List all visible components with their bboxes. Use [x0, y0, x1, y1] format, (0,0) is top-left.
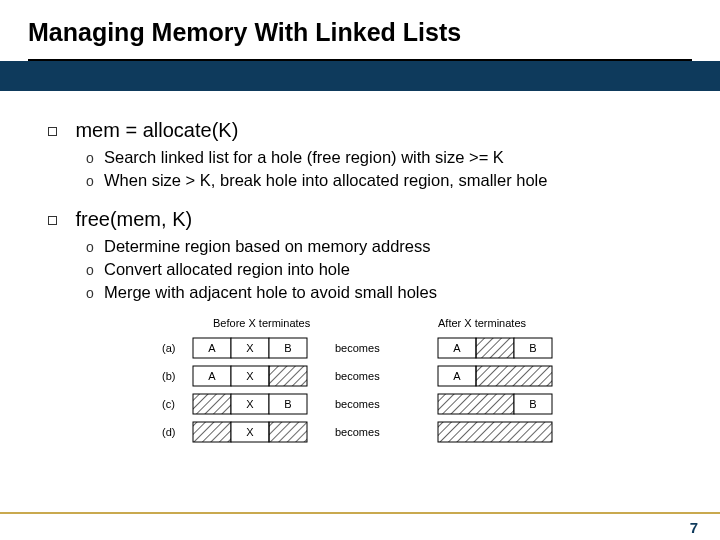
sub-list-allocate: o Search linked list for a hole (free re… [86, 148, 692, 190]
square-bullet-icon [48, 216, 57, 225]
diagram-svg: .lab { font: 11px Arial; } .hdr { font: … [158, 316, 578, 456]
hole-cell [269, 422, 307, 442]
diagram-row-label: (a) [162, 342, 175, 354]
svg-text:A: A [453, 370, 461, 382]
section-heading: mem = allocate(K) [75, 119, 238, 141]
list-item-text: Convert allocated region into hole [104, 260, 350, 279]
becomes-label: becomes [335, 370, 380, 382]
list-item-text: Determine region based on memory address [104, 237, 431, 256]
content-area: mem = allocate(K) o Search linked list f… [0, 91, 720, 460]
list-item: o Convert allocated region into hole [86, 260, 692, 279]
list-item: o When size > K, break hole into allocat… [86, 171, 692, 190]
list-item: o Merge with adjacent hole to avoid smal… [86, 283, 692, 302]
list-item-text: When size > K, break hole into allocated… [104, 171, 547, 190]
diagram-row-label: (c) [162, 398, 175, 410]
svg-text:A: A [208, 342, 216, 354]
sub-list-free: o Determine region based on memory addre… [86, 237, 692, 302]
svg-text:B: B [284, 398, 291, 410]
section-free: free(mem, K) [48, 208, 692, 231]
hole-cell [476, 338, 514, 358]
hole-cell [438, 422, 552, 442]
list-item-text: Merge with adjacent hole to avoid small … [104, 283, 437, 302]
hole-cell [269, 366, 307, 386]
circle-marker-icon: o [86, 239, 104, 255]
section-allocate: mem = allocate(K) [48, 119, 692, 142]
svg-text:X: X [246, 426, 254, 438]
diagram-header-left: Before X terminates [213, 317, 311, 329]
svg-text:A: A [208, 370, 216, 382]
list-item-text: Search linked list for a hole (free regi… [104, 148, 504, 167]
section-heading: free(mem, K) [75, 208, 192, 230]
svg-text:X: X [246, 342, 254, 354]
svg-text:A: A [453, 342, 461, 354]
diagram-row-label: (d) [162, 426, 175, 438]
circle-marker-icon: o [86, 262, 104, 278]
svg-text:B: B [529, 342, 536, 354]
svg-text:X: X [246, 398, 254, 410]
square-bullet-icon [48, 127, 57, 136]
hole-cell [193, 394, 231, 414]
header-blue-bar [0, 61, 720, 91]
hole-cell [476, 366, 552, 386]
merge-diagram: .lab { font: 11px Arial; } .hdr { font: … [158, 316, 692, 460]
slide-title: Managing Memory With Linked Lists [28, 18, 692, 47]
hole-cell [193, 422, 231, 442]
circle-marker-icon: o [86, 285, 104, 301]
svg-text:X: X [246, 370, 254, 382]
hole-cell [438, 394, 514, 414]
diagram-row-label: (b) [162, 370, 175, 382]
becomes-label: becomes [335, 342, 380, 354]
becomes-label: becomes [335, 426, 380, 438]
list-item: o Search linked list for a hole (free re… [86, 148, 692, 167]
list-item: o Determine region based on memory addre… [86, 237, 692, 256]
svg-text:B: B [284, 342, 291, 354]
footer-divider [0, 512, 720, 514]
becomes-label: becomes [335, 398, 380, 410]
svg-text:B: B [529, 398, 536, 410]
diagram-header-right: After X terminates [438, 317, 527, 329]
circle-marker-icon: o [86, 173, 104, 189]
circle-marker-icon: o [86, 150, 104, 166]
page-number: 7 [690, 519, 698, 536]
title-area: Managing Memory With Linked Lists [0, 0, 720, 55]
